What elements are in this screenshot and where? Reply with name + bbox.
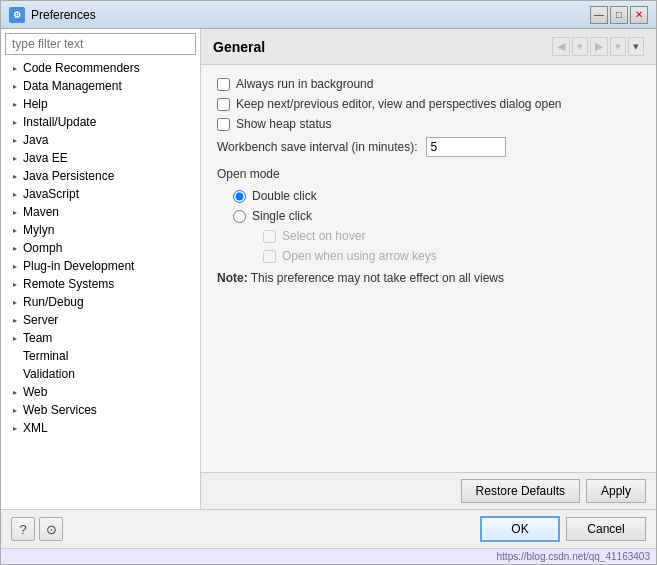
note-text: Note: This preference may not take effec… [217,271,640,285]
sidebar-item-label-xml: XML [23,421,48,435]
sidebar-item-server[interactable]: Server [1,311,200,329]
sidebar-item-validation[interactable]: Validation [1,365,200,383]
sidebar-item-label-java-ee: Java EE [23,151,68,165]
single-click-row: Single click [233,209,640,223]
sidebar-item-oomph[interactable]: Oomph [1,239,200,257]
always-run-bg-row: Always run in background [217,77,640,91]
close-button[interactable]: ✕ [630,6,648,24]
sidebar-item-help[interactable]: Help [1,95,200,113]
workbench-save-label: Workbench save interval (in minutes): [217,140,418,154]
select-on-hover-row: Select on hover [263,229,640,243]
single-click-label: Single click [252,209,312,223]
sidebar-item-mylyn[interactable]: Mylyn [1,221,200,239]
double-click-label: Double click [252,189,317,203]
sidebar-item-code-recommenders[interactable]: Code Recommenders [1,59,200,77]
sidebar-item-label-server: Server [23,313,58,327]
cancel-button[interactable]: Cancel [566,517,646,541]
show-heap-row: Show heap status [217,117,640,131]
tree-arrow-run-debug [9,296,21,308]
tree-arrow-remote-systems [9,278,21,290]
open-mode-label: Open mode [217,167,640,181]
note-prefix: Note: [217,271,248,285]
url-text: https://blog.csdn.net/qq_41163403 [497,551,650,562]
show-heap-label: Show heap status [236,117,331,131]
title-bar-left: ⚙ Preferences [9,7,96,23]
info-button[interactable]: ⊙ [39,517,63,541]
sidebar-item-run-debug[interactable]: Run/Debug [1,293,200,311]
main-panel: General ◀ ▾ ▶ ▾ ▾ Always run in backgrou… [201,29,656,509]
sidebar-item-javascript[interactable]: JavaScript [1,185,200,203]
sidebar-item-label-oomph: Oomph [23,241,62,255]
tree-arrow-code-recommenders [9,62,21,74]
keep-next-prev-checkbox[interactable] [217,98,230,111]
double-click-radio[interactable] [233,190,246,203]
title-controls: — □ ✕ [590,6,648,24]
tree-arrow-install-update [9,116,21,128]
panel-header: General ◀ ▾ ▶ ▾ ▾ [201,29,656,65]
sidebar-item-terminal[interactable]: Terminal [1,347,200,365]
tree-arrow-web [9,386,21,398]
select-on-hover-checkbox[interactable] [263,230,276,243]
help-button[interactable]: ? [11,517,35,541]
always-run-bg-label: Always run in background [236,77,373,91]
restore-defaults-button[interactable]: Restore Defaults [461,479,580,503]
sidebar-item-label-javascript: JavaScript [23,187,79,201]
show-heap-checkbox[interactable] [217,118,230,131]
sidebar-item-install-update[interactable]: Install/Update [1,113,200,131]
sidebar-item-team[interactable]: Team [1,329,200,347]
minimize-button[interactable]: — [590,6,608,24]
workbench-save-input[interactable] [426,137,506,157]
sidebar-item-java-ee[interactable]: Java EE [1,149,200,167]
preferences-dialog: ⚙ Preferences — □ ✕ Code RecommendersDat… [0,0,657,565]
bottom-bar: ? ⊙ OK Cancel [1,509,656,548]
sidebar-item-data-management[interactable]: Data Management [1,77,200,95]
sidebar: Code RecommendersData ManagementHelpInst… [1,29,201,509]
keep-next-prev-row: Keep next/previous editor, view and pers… [217,97,640,111]
keep-next-prev-label: Keep next/previous editor, view and pers… [236,97,562,111]
content-area: Code RecommendersData ManagementHelpInst… [1,29,656,509]
dialog-icon: ⚙ [9,7,25,23]
sidebar-item-java[interactable]: Java [1,131,200,149]
tree-arrow-mylyn [9,224,21,236]
apply-button[interactable]: Apply [586,479,646,503]
forward-button[interactable]: ▶ [590,37,608,56]
sidebar-item-remote-systems[interactable]: Remote Systems [1,275,200,293]
sidebar-item-label-help: Help [23,97,48,111]
sidebar-item-xml[interactable]: XML [1,419,200,437]
workbench-save-row: Workbench save interval (in minutes): [217,137,640,157]
sidebar-item-label-team: Team [23,331,52,345]
sub-options: Select on hover Open when using arrow ke… [263,229,640,263]
always-run-bg-checkbox[interactable] [217,78,230,91]
open-arrow-keys-row: Open when using arrow keys [263,249,640,263]
sidebar-item-label-install-update: Install/Update [23,115,96,129]
url-bar: https://blog.csdn.net/qq_41163403 [1,548,656,564]
view-menu-button[interactable]: ▾ [628,37,644,56]
panel-title: General [213,39,265,55]
sidebar-item-label-run-debug: Run/Debug [23,295,84,309]
tree-arrow-java-persistence [9,170,21,182]
sidebar-item-maven[interactable]: Maven [1,203,200,221]
double-click-row: Double click [233,189,640,203]
filter-input[interactable] [5,33,196,55]
sidebar-item-web-services[interactable]: Web Services [1,401,200,419]
sidebar-item-plugin-development[interactable]: Plug-in Development [1,257,200,275]
maximize-button[interactable]: □ [610,6,628,24]
sidebar-item-label-validation: Validation [23,367,75,381]
tree-container[interactable]: Code RecommendersData ManagementHelpInst… [1,59,200,509]
ok-button[interactable]: OK [480,516,560,542]
single-click-radio[interactable] [233,210,246,223]
back-dropdown-button[interactable]: ▾ [572,37,588,56]
sidebar-item-web[interactable]: Web [1,383,200,401]
tree-arrow-maven [9,206,21,218]
panel-actions: Restore Defaults Apply [201,472,656,509]
dialog-title: Preferences [31,8,96,22]
open-arrow-keys-checkbox[interactable] [263,250,276,263]
tree-arrow-server [9,314,21,326]
back-button[interactable]: ◀ [552,37,570,56]
sidebar-item-java-persistence[interactable]: Java Persistence [1,167,200,185]
nav-buttons: ◀ ▾ ▶ ▾ ▾ [552,37,644,56]
forward-dropdown-button[interactable]: ▾ [610,37,626,56]
tree-arrow-web-services [9,404,21,416]
sidebar-item-label-terminal: Terminal [23,349,68,363]
tree-arrow-help [9,98,21,110]
